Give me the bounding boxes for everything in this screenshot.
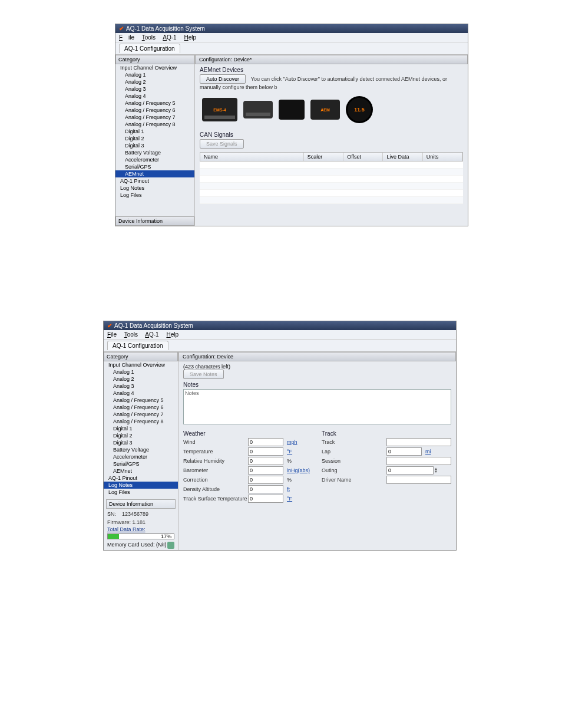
barometer-unit-link[interactable]: inHg(abs) [287,467,310,473]
sidebar-item-digital-2[interactable]: Digital 2 [115,135,194,142]
device-information-header[interactable]: Device Information [115,216,194,226]
humidity-input[interactable] [248,457,283,465]
sidebar-item-input-channel-overview[interactable]: Input Channel Overview [115,64,194,71]
main-panel: Configuration: Device (423 characters le… [178,352,456,550]
session-label: Session [322,458,386,464]
sidebar-item-analog-1[interactable]: Analog 1 [104,368,178,375]
device-gauge-icon[interactable]: 11.5 [346,96,373,123]
driver-name-input[interactable] [386,476,451,484]
temperature-unit-link[interactable]: °F [287,449,292,454]
temperature-input[interactable] [248,447,283,456]
sidebar-item-log-files[interactable]: Log Files [104,489,178,496]
refresh-icon[interactable] [167,542,174,549]
wind-input[interactable] [248,438,283,446]
menu-aq1[interactable]: AQ-1 [163,34,176,41]
weather-title: Weather [183,430,310,437]
sidebar-item-analog-3[interactable]: Analog 3 [104,383,178,390]
sidebar-item-analog-frequency-6[interactable]: Analog / Frequency 6 [104,404,178,411]
sidebar-item-digital-1[interactable]: Digital 1 [104,425,178,432]
col-units[interactable]: Units [423,153,462,161]
menu-help[interactable]: Help [166,331,178,338]
correction-unit: % [287,477,292,483]
sidebar-item-analog-frequency-7[interactable]: Analog / Frequency 7 [104,411,178,418]
sidebar-item-analog-frequency-6[interactable]: Analog / Frequency 6 [115,107,194,114]
save-signals-button[interactable]: Save Signals [200,139,244,149]
session-input[interactable] [386,457,451,465]
track-column: Track Track Lapmi Session Outing ▲▼ Driv… [322,428,451,504]
barometer-input[interactable] [248,466,283,475]
sidebar-item-aemnet[interactable]: AEMnet [115,170,194,177]
auto-discover-button[interactable]: Auto Discover [200,74,246,84]
sidebar-item-accelerometer[interactable]: Accelerometer [104,453,178,460]
sidebar-item-digital-2[interactable]: Digital 2 [104,432,178,439]
menu-help[interactable]: Help [184,34,196,41]
density-altitude-unit-link[interactable]: ft [287,486,290,492]
device-wideband-icon[interactable] [243,101,273,118]
notes-textarea[interactable]: Notes [183,389,451,424]
device-module-icon[interactable] [279,100,305,120]
tab-bar: AQ-1 Configuration [115,42,468,55]
sidebar-item-log-files[interactable]: Log Files [115,192,194,199]
col-livedata[interactable]: Live Data [383,153,422,161]
outing-spinner-icon[interactable]: ▲▼ [434,467,438,473]
window-title: AQ-1 Data Acquisition System [126,25,205,32]
lap-unit-link[interactable]: mi [425,449,431,454]
lap-label: Lap [322,449,386,454]
device-information-header[interactable]: Device Information [106,499,176,509]
col-name[interactable]: Name [200,153,304,161]
sidebar-item-digital-1[interactable]: Digital 1 [115,128,194,135]
outing-input[interactable] [386,466,434,475]
correction-input[interactable] [248,476,283,484]
wind-unit-link[interactable]: mph [287,439,297,445]
sidebar-item-analog-2[interactable]: Analog 2 [115,78,194,85]
sidebar-item-analog-3[interactable]: Analog 3 [115,85,194,93]
sidebar-item-battery-voltage[interactable]: Battery Voltage [104,446,178,453]
sidebar-item-analog-1[interactable]: Analog 1 [115,71,194,78]
track-surface-temp-unit-link[interactable]: °F [287,496,292,502]
menu-aq1[interactable]: AQ-1 [145,331,158,338]
tab-aq1-configuration[interactable]: AQ-1 Configuration [119,44,180,53]
track-input[interactable] [386,438,451,446]
sidebar-item-analog-4[interactable]: Analog 4 [104,390,178,397]
temperature-label: Temperature [183,449,248,454]
device-controller-icon[interactable]: AEM [310,100,340,120]
menu-tools[interactable]: Tools [124,331,138,338]
sidebar-item-digital-3[interactable]: Digital 3 [115,142,194,149]
sidebar-item-battery-voltage[interactable]: Battery Voltage [115,149,194,156]
sidebar-item-analog-frequency-5[interactable]: Analog / Frequency 5 [104,397,178,404]
sidebar-item-analog-2[interactable]: Analog 2 [104,375,178,383]
sidebar-item-analog-4[interactable]: Analog 4 [115,93,194,100]
menu-file[interactable]: File [119,34,134,41]
sidebar-item-analog-frequency-5[interactable]: Analog / Frequency 5 [115,100,194,107]
sidebar-item-input-channel-overview[interactable]: Input Channel Overview [104,361,178,368]
driver-name-label: Driver Name [322,477,386,483]
main-header: Configuration: Device* [195,55,468,64]
density-altitude-input[interactable] [248,485,283,493]
can-signals-title: CAN Signals [200,131,463,138]
device-ems4-icon[interactable]: EMS-4 [202,98,237,121]
sidebar-item-analog-frequency-7[interactable]: Analog / Frequency 7 [115,114,194,121]
sidebar-item-serial-gps[interactable]: Serial/GPS [115,163,194,170]
save-notes-button[interactable]: Save Notes [183,370,224,379]
sidebar-item-analog-frequency-8[interactable]: Analog / Frequency 8 [115,121,194,128]
track-surface-temp-input[interactable] [248,495,283,503]
data-rate-value: 17% [161,533,171,539]
sidebar-item-serial-gps[interactable]: Serial/GPS [104,460,178,467]
sidebar-item-log-notes[interactable]: Log Notes [104,482,178,489]
sidebar-item-analog-frequency-8[interactable]: Analog / Frequency 8 [104,418,178,425]
menu-tools[interactable]: Tools [142,34,156,41]
lap-input[interactable] [386,447,422,456]
col-scaler[interactable]: Scaler [304,153,343,161]
sidebar-item-log-notes[interactable]: Log Notes [115,185,194,192]
correction-label: Correction [183,477,248,483]
menu-file[interactable]: File [107,331,117,338]
sidebar-item-digital-3[interactable]: Digital 3 [104,439,178,446]
col-offset[interactable]: Offset [343,153,383,161]
sidebar-item-aemnet[interactable]: AEMnet [104,467,178,475]
titlebar: ✔ AQ-1 Data Acquisition System [104,321,456,330]
total-data-rate-link[interactable]: Total Data Rate: [104,526,178,532]
sidebar-item-aq-1-pinout[interactable]: AQ-1 Pinout [115,177,194,185]
tab-aq1-configuration[interactable]: AQ-1 Configuration [107,341,168,350]
sidebar-item-aq-1-pinout[interactable]: AQ-1 Pinout [104,475,178,482]
sidebar-item-accelerometer[interactable]: Accelerometer [115,156,194,163]
